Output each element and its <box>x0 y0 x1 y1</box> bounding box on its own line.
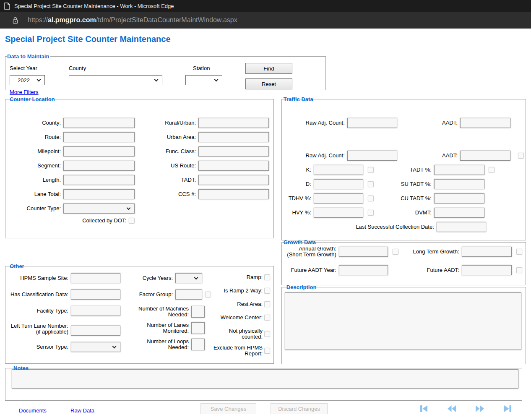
hvy-pct-checkbox[interactable] <box>368 210 374 216</box>
aadt-field[interactable] <box>460 118 510 128</box>
raw-adj-count-field[interactable] <box>347 118 397 128</box>
county-field[interactable] <box>63 118 135 128</box>
field-row: Left Turn Lane Number:(if applicable) <box>8 322 122 336</box>
raw-data-link[interactable]: Raw Data <box>70 407 94 414</box>
discard-changes-button[interactable]: Discard Changes <box>271 403 328 414</box>
annual-growth-field[interactable] <box>339 247 388 257</box>
description-textarea[interactable] <box>285 292 521 350</box>
counter-type-dropdown[interactable] <box>63 203 135 214</box>
us-route-label: US Route: <box>137 163 198 169</box>
d-label: D: <box>282 181 314 187</box>
cu-tadt-pct-field[interactable] <box>434 193 484 203</box>
tadt-pct-checkbox[interactable] <box>489 167 495 173</box>
hvy-pct-field[interactable] <box>314 208 363 218</box>
field-row: Urban Area: <box>137 132 269 142</box>
previous-record-button[interactable] <box>447 404 456 413</box>
last-record-icon <box>503 404 512 413</box>
aadt-2-checkbox[interactable] <box>518 153 524 159</box>
station-filter-dropdown[interactable] <box>185 75 222 85</box>
aadt-label: AADT: <box>397 120 460 126</box>
us-route-field[interactable] <box>198 161 269 171</box>
ramp-checkbox[interactable] <box>264 274 270 280</box>
tadt-pct-field[interactable] <box>434 165 484 175</box>
cycle-years-label: Cycle Years: <box>122 275 175 281</box>
documents-link[interactable]: Documents <box>19 407 47 414</box>
dvmt-field[interactable] <box>434 208 484 218</box>
field-row: Factor Group: <box>122 290 205 300</box>
url-text[interactable]: https://al.pmgpro.com/tdm/ProjectSiteDat… <box>28 16 237 24</box>
chevron-down-icon <box>194 275 198 279</box>
k-field[interactable] <box>314 165 363 175</box>
urban-area-field[interactable] <box>198 132 269 142</box>
collected-by-dot-checkbox[interactable] <box>129 218 135 224</box>
d-checkbox[interactable] <box>368 181 374 187</box>
su-tadt-pct-field[interactable] <box>434 179 484 189</box>
milepoint-field[interactable] <box>63 146 135 157</box>
is-ramp-2-way-checkbox[interactable] <box>264 288 270 294</box>
left-turn-lane-number-field[interactable] <box>71 326 120 336</box>
more-filters-link[interactable]: More Filters <box>10 89 39 95</box>
rural-urban-field[interactable] <box>198 118 269 128</box>
lock-icon <box>12 16 19 24</box>
number-of-machines-needed-field[interactable] <box>191 306 205 318</box>
sensor-type-dropdown[interactable] <box>71 342 120 352</box>
func-class-field[interactable] <box>198 146 269 157</box>
number-of-loops-needed-field[interactable] <box>191 339 205 350</box>
notes-textarea[interactable] <box>12 369 518 389</box>
route-field[interactable] <box>63 132 135 142</box>
facility-type-field[interactable] <box>71 306 120 316</box>
welcome-center-checkbox[interactable] <box>264 315 270 321</box>
raw-adj-count-2-field[interactable] <box>347 151 397 161</box>
browser-address-bar[interactable]: https://al.pmgpro.com/tdm/ProjectSiteDat… <box>0 12 531 29</box>
other-legend: Other <box>9 263 26 269</box>
long-term-growth-checkbox[interactable] <box>516 249 522 255</box>
find-button[interactable]: Find <box>245 63 292 74</box>
reset-button[interactable]: Reset <box>245 78 292 89</box>
number-of-lanes-monitored-field[interactable] <box>191 322 205 334</box>
field-row: Exclude from HPMSReport: <box>205 345 270 357</box>
ccs-number-field[interactable] <box>198 189 269 199</box>
d-field[interactable] <box>314 179 363 189</box>
field-row: D: SU TADT %: <box>282 179 526 189</box>
data-to-maintain-legend: Data to Maintain <box>7 53 50 60</box>
field-row: K: TADT %: <box>282 165 526 175</box>
segment-field[interactable] <box>63 161 135 171</box>
not-physically-counted-label: Not physicallycounted: <box>229 328 263 340</box>
tdhv-pct-checkbox[interactable] <box>368 196 374 201</box>
hpms-sample-site-field[interactable] <box>71 273 120 283</box>
first-record-button[interactable] <box>420 404 429 413</box>
description-section: Description <box>281 287 526 364</box>
cycle-years-dropdown[interactable] <box>175 273 202 283</box>
counter-type-label: Counter Type: <box>8 206 63 211</box>
exclude-from-hpms-report-checkbox[interactable] <box>264 348 270 354</box>
last-record-button[interactable] <box>503 404 513 413</box>
future-aadt-year-field[interactable] <box>339 265 388 275</box>
factor-group-label: Factor Group: <box>122 292 175 297</box>
annual-growth-checkbox[interactable] <box>393 249 398 255</box>
station-filter-label: Station <box>193 65 210 71</box>
not-physically-counted-checkbox[interactable] <box>264 331 270 337</box>
save-changes-button[interactable]: Save Changes <box>200 403 256 414</box>
lane-total-field[interactable] <box>63 189 135 199</box>
factor-group-field[interactable] <box>175 290 202 300</box>
county-filter-dropdown[interactable] <box>69 75 162 85</box>
cu-tadt-pct-label: CU TADT %: <box>374 196 434 201</box>
future-aadt-checkbox[interactable] <box>516 267 522 273</box>
tdhv-pct-field[interactable] <box>314 193 363 203</box>
segment-label: Segment: <box>8 163 63 169</box>
long-term-growth-field[interactable] <box>462 247 512 257</box>
has-classification-data-field[interactable] <box>71 290 120 300</box>
tadt-field[interactable] <box>198 175 269 185</box>
field-row: Cycle Years: <box>122 273 205 283</box>
field-row: Raw Adj. Count: AADT: <box>282 151 526 161</box>
aadt-2-field[interactable] <box>460 151 510 161</box>
next-record-button[interactable] <box>475 404 484 413</box>
last-successful-collection-date-field[interactable] <box>437 222 486 232</box>
k-checkbox[interactable] <box>368 167 374 173</box>
select-year-dropdown[interactable]: 2022 <box>10 75 45 85</box>
length-field[interactable] <box>63 175 135 185</box>
future-aadt-field[interactable] <box>462 265 512 275</box>
aadt-2-label: AADT: <box>397 153 460 159</box>
rest-area-checkbox[interactable] <box>264 301 270 307</box>
long-term-growth-label: Long Term Growth: <box>398 249 462 255</box>
